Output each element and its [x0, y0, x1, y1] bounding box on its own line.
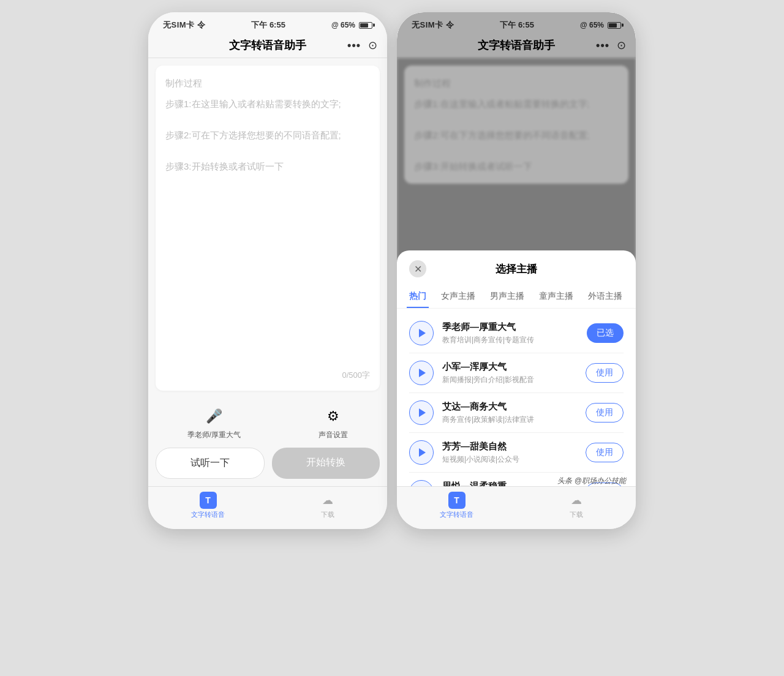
- voice-use-btn-2[interactable]: 使用: [586, 363, 624, 383]
- left-tab-download[interactable]: ☁ 下载: [268, 492, 387, 519]
- left-tab-download-icon: ☁: [319, 492, 336, 509]
- voice-play-btn-1[interactable]: [409, 321, 434, 345]
- left-tab-active-label: 文字转语音: [191, 510, 225, 519]
- left-bottom-controls: 🎤 季老师/厚重大气 ⚙ 声音设置: [148, 398, 387, 443]
- voice-item-2: 小军—浑厚大气 新闻播报|旁白介绍|影视配音 使用: [397, 353, 636, 392]
- modal-close-button[interactable]: ✕: [409, 260, 426, 277]
- play-icon-2: [419, 369, 426, 377]
- battery-icon-left: [359, 22, 372, 29]
- right-tab-download-icon: ☁: [568, 492, 585, 509]
- left-voice-label: 季老师/厚重大气: [187, 430, 241, 440]
- right-tab-active-label: 文字转语音: [440, 510, 473, 519]
- left-nav-title: 文字转语音助手: [229, 38, 306, 53]
- right-tab-download[interactable]: ☁ 下载: [516, 492, 636, 519]
- left-char-count: 0/500字: [165, 370, 370, 381]
- right-tab-text[interactable]: T 文字转语音: [397, 492, 516, 519]
- modal-tab-foreign[interactable]: 外语主播: [586, 287, 625, 308]
- left-status-right: @ 65%: [331, 21, 372, 29]
- voice-info-4: 芳芳—甜美自然 短视频|小说阅读|公众号: [442, 441, 577, 465]
- convert-button[interactable]: 开始转换: [272, 448, 380, 479]
- right-tab-text-icon: T: [448, 492, 466, 509]
- modal-tab-male[interactable]: 男声主播: [488, 287, 527, 308]
- voice-item-1: 季老师—厚重大气 教育培训|商务宣传|专题宣传 已选: [397, 314, 636, 353]
- modal-title: 选择主播: [496, 262, 537, 276]
- microphone-icon: 🎤: [203, 405, 225, 427]
- modal-tab-female[interactable]: 女声主播: [439, 287, 478, 308]
- left-phone: 无SIM卡 令 下午 6:55 @ 65% 文字转语音助手 ••• ⊙ 制作过程…: [148, 12, 387, 529]
- voice-name-3: 艾达—商务大气: [442, 401, 577, 413]
- modal-tab-hot[interactable]: 热门: [407, 287, 429, 308]
- modal-tab-dialect[interactable]: 方言主播: [635, 287, 636, 308]
- voice-desc-3: 商务宣传|政策解读|法律宣讲: [442, 415, 577, 425]
- voice-item-4: 芳芳—甜美自然 短视频|小说阅读|公众号 使用: [397, 433, 636, 472]
- voice-desc-4: 短视频|小说阅读|公众号: [442, 454, 577, 465]
- right-download-icon: ☁: [568, 492, 585, 509]
- left-nav-bar: 文字转语音助手 ••• ⊙: [148, 33, 387, 58]
- left-status-bar: 无SIM卡 令 下午 6:55 @ 65%: [148, 12, 387, 33]
- modal-tabs: 热门 女声主播 男声主播 童声主播 外语主播 方言主播: [397, 282, 636, 309]
- left-status-left: 无SIM卡 令: [163, 20, 205, 31]
- play-icon-1: [419, 329, 426, 337]
- left-settings-control[interactable]: ⚙ 声音设置: [318, 405, 348, 440]
- right-text-to-speech-icon: T: [448, 492, 466, 509]
- voice-desc-1: 教育培训|商务宣传|专题宣传: [442, 335, 578, 345]
- play-icon-3: [419, 408, 426, 417]
- voice-desc-2: 新闻播报|旁白介绍|影视配音: [442, 375, 577, 385]
- voice-info-3: 艾达—商务大气 商务宣传|政策解读|法律宣讲: [442, 401, 577, 425]
- voice-play-btn-2[interactable]: [409, 361, 434, 385]
- right-tab-bar: T 文字转语音 ☁ 下载: [397, 486, 636, 529]
- left-more-button[interactable]: •••: [347, 39, 361, 52]
- left-voice-control[interactable]: 🎤 季老师/厚重大气: [187, 405, 241, 440]
- left-tab-inactive-label: 下载: [321, 510, 334, 519]
- left-step2: 步骤2:可在下方选择您想要的不同语音配置;: [165, 127, 370, 143]
- voice-name-2: 小军—浑厚大气: [442, 361, 577, 373]
- voice-name-4: 芳芳—甜美自然: [442, 441, 577, 453]
- modal-header: ✕ 选择主播: [397, 250, 636, 282]
- voice-name-1: 季老师—厚重大气: [442, 321, 578, 333]
- right-phone: 无SIM卡 令 下午 6:55 @ 65% 文字转语音助手 ••• ⊙ 制作过程…: [397, 12, 636, 529]
- gear-icon: ⚙: [322, 405, 344, 427]
- left-main-content: 制作过程 步骤1:在这里输入或者粘贴需要转换的文字; 步骤2:可在下方选择您想要…: [148, 58, 387, 398]
- voice-use-btn-4[interactable]: 使用: [586, 443, 624, 462]
- left-placeholder-title: 制作过程: [165, 75, 370, 91]
- left-step1: 步骤1:在这里输入或者粘贴需要转换的文字;: [165, 96, 370, 112]
- left-settings-label: 声音设置: [318, 430, 348, 440]
- left-status-time: 下午 6:55: [251, 20, 285, 31]
- modal-tab-child[interactable]: 童声主播: [537, 287, 576, 308]
- left-text-card: 制作过程 步骤1:在这里输入或者粘贴需要转换的文字; 步骤2:可在下方选择您想要…: [156, 66, 380, 391]
- left-tab-text[interactable]: T 文字转语音: [148, 492, 268, 519]
- left-action-buttons: 试听一下 开始转换: [148, 443, 387, 486]
- left-tab-text-icon: T: [200, 492, 217, 509]
- preview-button[interactable]: 试听一下: [156, 448, 265, 479]
- voice-use-btn-3[interactable]: 使用: [586, 403, 624, 423]
- watermark: 头条 @职场办公技能: [557, 476, 626, 486]
- left-textarea-placeholder[interactable]: 制作过程 步骤1:在这里输入或者粘贴需要转换的文字; 步骤2:可在下方选择您想要…: [165, 75, 370, 365]
- left-target-button[interactable]: ⊙: [368, 39, 377, 52]
- text-to-speech-icon: T: [200, 492, 217, 509]
- voice-play-btn-4[interactable]: [409, 440, 434, 465]
- left-nav-actions: ••• ⊙: [347, 39, 377, 52]
- voice-selected-btn-1[interactable]: 已选: [587, 323, 624, 343]
- voice-info-2: 小军—浑厚大气 新闻播报|旁白介绍|影视配音: [442, 361, 577, 385]
- left-tab-bar: T 文字转语音 ☁ 下载: [148, 486, 387, 529]
- voice-item-3: 艾达—商务大气 商务宣传|政策解读|法律宣讲 使用: [397, 393, 636, 432]
- voice-play-btn-3[interactable]: [409, 400, 434, 425]
- right-tab-inactive-label: 下载: [570, 510, 583, 519]
- left-step3: 步骤3:开始转换或者试听一下: [165, 159, 370, 175]
- play-icon-4: [419, 448, 426, 457]
- download-icon: ☁: [319, 492, 336, 509]
- voice-info-1: 季老师—厚重大气 教育培训|商务宣传|专题宣传: [442, 321, 578, 345]
